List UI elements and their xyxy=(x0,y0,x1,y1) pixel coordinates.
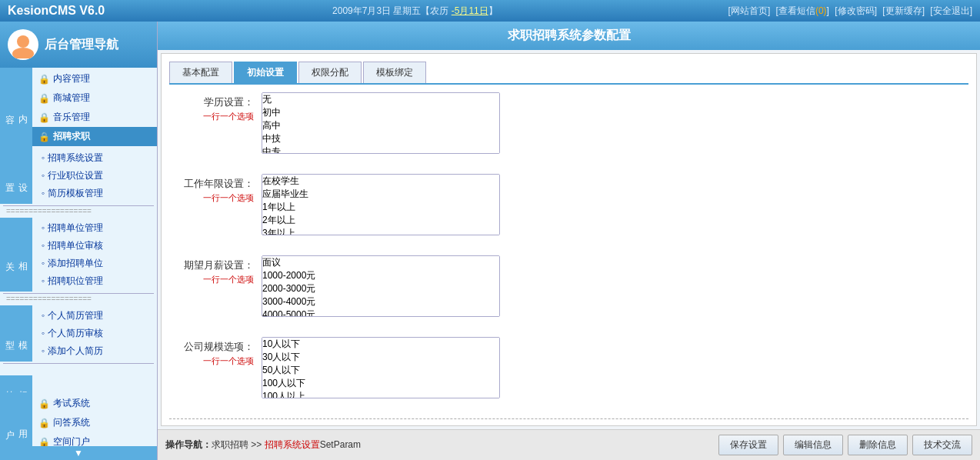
section-items-related: ◦ 招聘单位管理 ◦ 招聘单位审核 ◦ 添加招聘单位 ◦ 招聘职位管理 xyxy=(32,218,157,292)
salary-sublabel: 一行一个选项 xyxy=(169,274,254,285)
companysize-label: 公司规模选项： 一行一个选项 xyxy=(169,337,262,367)
section-items-user: 🔒 考试系统 🔒 问答系统 🔒 空间门户 xyxy=(32,392,157,446)
section-content: 内容 🔒 内容管理 🔒 商城管理 🔒 音乐管理 🔒 xyxy=(0,68,157,148)
education-sublabel: 一行一个选项 xyxy=(169,111,254,122)
salary-label: 期望月薪设置： 一行一个选项 xyxy=(169,255,262,285)
sidebar-item-company-mgmt[interactable]: ◦ 招聘单位管理 xyxy=(32,219,157,237)
svg-point-0 xyxy=(17,35,29,48)
nav-label: 考试系统 xyxy=(53,397,90,410)
form-section-salary: 期望月薪设置： 一行一个选项 面议 1000-2000元 2000-3000元 … xyxy=(169,255,968,325)
sidebar-item-shop[interactable]: 🔒 商城管理 xyxy=(32,88,157,108)
companysize-field: 10人以下 30人以下 50人以下 100人以下 100人以上 xyxy=(262,337,968,398)
sidebar-item-music[interactable]: 🔒 音乐管理 xyxy=(32,108,157,127)
avatar xyxy=(8,29,38,60)
lock-icon-5: 🔒 xyxy=(38,398,50,409)
workyears-listbox[interactable]: 在校学生 应届毕业生 1年以上 2年以上 3年以上 xyxy=(262,174,500,235)
section-label-model: 模型 xyxy=(0,305,32,362)
salary-listbox[interactable]: 面议 1000-2000元 2000-3000元 3000-4000元 4000… xyxy=(262,255,500,317)
layout: 后台管理导航 内容 🔒 内容管理 🔒 商城管理 🔒 音乐管 xyxy=(0,22,980,460)
companysize-listbox[interactable]: 10人以下 30人以下 50人以下 100人以下 100人以上 xyxy=(262,337,500,398)
top-bar: KesionCMS V6.0 2009年7月3日 星期五【农历 -5月11日】 … xyxy=(0,0,980,22)
sidebar-item-position-mgmt[interactable]: ◦ 招聘职位管理 xyxy=(32,272,157,290)
edit-button[interactable]: 编辑信息 xyxy=(783,435,843,455)
section-settings: 设置 ◦ 招聘系统设置 ◦ 行业职位设置 ◦ 简历模板管理 xyxy=(0,148,157,204)
companysize-sublabel: 一行一个选项 xyxy=(169,355,254,367)
section-items-settings: ◦ 招聘系统设置 ◦ 行业职位设置 ◦ 简历模板管理 xyxy=(32,148,157,204)
link-msg[interactable]: [查看短信(0)] xyxy=(776,5,829,16)
link-home[interactable]: [网站首页] xyxy=(728,5,771,16)
footer-divider xyxy=(169,418,968,419)
sidebar-item-resume-review[interactable]: ◦ 个人简历审核 xyxy=(32,325,157,342)
lock-icon-4: 🔒 xyxy=(38,132,50,142)
action-bar: 操作导航：求职招聘 >> 招聘系统设置SetParam 保存设置 编辑信息 删除… xyxy=(158,429,980,460)
tab-template-bind[interactable]: 模板绑定 xyxy=(363,62,426,83)
link-pwd[interactable]: [修改密码] xyxy=(835,5,877,16)
lock-icon-7: 🔒 xyxy=(38,437,50,447)
breadcrumb: 操作导航：求职招聘 >> 招聘系统设置SetParam xyxy=(165,438,714,452)
section-label-content: 内容 xyxy=(0,68,32,148)
sidebar-item-content-mgmt[interactable]: 🔒 内容管理 xyxy=(32,69,157,88)
sidebar-item-add-resume[interactable]: ◦ 添加个人简历 xyxy=(32,342,157,360)
nav-label: 招聘求职 xyxy=(53,130,90,143)
section-items-content: 🔒 内容管理 🔒 商城管理 🔒 音乐管理 🔒 招聘求职 xyxy=(32,68,157,148)
lock-icon-3: 🔒 xyxy=(38,112,50,123)
save-button[interactable]: 保存设置 xyxy=(718,435,778,455)
section-label-user: 用户 xyxy=(0,392,32,446)
sidebar-item-industry-settings[interactable]: ◦ 行业职位设置 xyxy=(32,167,157,185)
sidebar-scroll-down[interactable]: ▼ xyxy=(0,446,157,460)
workyears-field: 在校学生 应届毕业生 1年以上 2年以上 3年以上 xyxy=(262,174,968,235)
workyears-sublabel: 一行一个选项 xyxy=(169,192,254,204)
section-items-model: ◦ 个人简历管理 ◦ 个人简历审核 ◦ 添加个人简历 xyxy=(32,305,157,362)
education-field: 无 初中 高中 中技 中专 xyxy=(262,92,968,154)
datetime: 2009年7月3日 星期五【农历 -5月11日】 xyxy=(332,5,498,18)
sidebar-item-recruit-settings[interactable]: ◦ 招聘系统设置 xyxy=(32,149,157,167)
sidebar-item-resume-template[interactable]: ◦ 简历模板管理 xyxy=(32,185,157,202)
tech-button[interactable]: 技术交流 xyxy=(912,435,972,455)
separator-1: =================== xyxy=(3,205,154,216)
link-logout[interactable]: [安全退出] xyxy=(930,5,972,16)
lock-icon-2: 🔒 xyxy=(38,93,50,104)
sidebar-header: 后台管理导航 xyxy=(0,22,157,68)
workyears-label: 工作年限设置： 一行一个选项 xyxy=(169,174,262,204)
breadcrumb-link[interactable]: 招聘系统设置 xyxy=(265,439,320,450)
sidebar-item-company-review[interactable]: ◦ 招聘单位审核 xyxy=(32,237,157,255)
section-user: 用户 🔒 考试系统 🔒 问答系统 🔒 空间门户 xyxy=(0,392,157,446)
nav-label: 商城管理 xyxy=(53,92,90,105)
tab-permissions[interactable]: 权限分配 xyxy=(298,62,362,83)
nav-label: 音乐管理 xyxy=(53,111,90,124)
sidebar-item-add-company[interactable]: ◦ 添加招聘单位 xyxy=(32,255,157,272)
section-related: 相关 ◦ 招聘单位管理 ◦ 招聘单位审核 ◦ 添加招聘单位 ◦ 招聘职位管理 xyxy=(0,218,157,292)
section-label-tag: 标签 xyxy=(0,375,32,392)
sidebar-item-qa[interactable]: 🔒 问答系统 xyxy=(32,413,157,432)
delete-button[interactable]: 删除信息 xyxy=(848,435,908,455)
link-cache[interactable]: [更新缓存] xyxy=(882,5,925,16)
separator-3 xyxy=(3,363,154,374)
salary-field: 面议 1000-2000元 2000-3000元 3000-4000元 4000… xyxy=(262,255,968,317)
nav-label: 空间门户 xyxy=(53,435,90,446)
form-section-companysize: 公司规模选项： 一行一个选项 10人以下 30人以下 50人以下 100人以下 … xyxy=(169,337,968,406)
footer-text: KeSion CMS V 6.0, Copyright (c) 2006-201… xyxy=(169,425,968,426)
tab-initial-settings[interactable]: 初始设置 xyxy=(234,62,297,83)
logo: KesionCMS V6.0 xyxy=(8,4,105,18)
content-area: 基本配置 初始设置 权限分配 模板绑定 学历设置： 一行一个选项 无 初中 高中… xyxy=(161,53,977,426)
main-content: 求职招聘系统参数配置 基本配置 初始设置 权限分配 模板绑定 学历设置： 一行一… xyxy=(158,22,980,460)
page-title: 求职招聘系统参数配置 xyxy=(158,22,980,50)
sidebar-item-space[interactable]: 🔒 空间门户 xyxy=(32,432,157,446)
sidebar-item-exam[interactable]: 🔒 考试系统 xyxy=(32,394,157,413)
nav-label: 内容管理 xyxy=(53,72,90,85)
sidebar-item-resume-mgmt[interactable]: ◦ 个人简历管理 xyxy=(32,307,157,325)
tab-basic-config[interactable]: 基本配置 xyxy=(169,62,232,83)
tab-bar: 基本配置 初始设置 权限分配 模板绑定 xyxy=(169,62,968,85)
nav-label: 问答系统 xyxy=(53,416,90,429)
svg-point-1 xyxy=(12,48,34,58)
sidebar-nav: 内容 🔒 内容管理 🔒 商城管理 🔒 音乐管理 🔒 xyxy=(0,68,157,446)
lock-icon-6: 🔒 xyxy=(38,418,50,428)
top-links: [网站首页] [查看短信(0)] [修改密码] [更新缓存] [安全退出] xyxy=(725,5,972,18)
sidebar-item-jobs[interactable]: 🔒 招聘求职 xyxy=(32,127,157,146)
separator-2: =================== xyxy=(3,293,154,304)
form-section-education: 学历设置： 一行一个选项 无 初中 高中 中技 中专 xyxy=(169,92,968,162)
section-label-settings: 设置 xyxy=(0,148,32,204)
lock-icon-1: 🔒 xyxy=(38,74,50,85)
education-listbox[interactable]: 无 初中 高中 中技 中专 xyxy=(262,92,500,154)
sidebar: 后台管理导航 内容 🔒 内容管理 🔒 商城管理 🔒 音乐管 xyxy=(0,22,158,460)
